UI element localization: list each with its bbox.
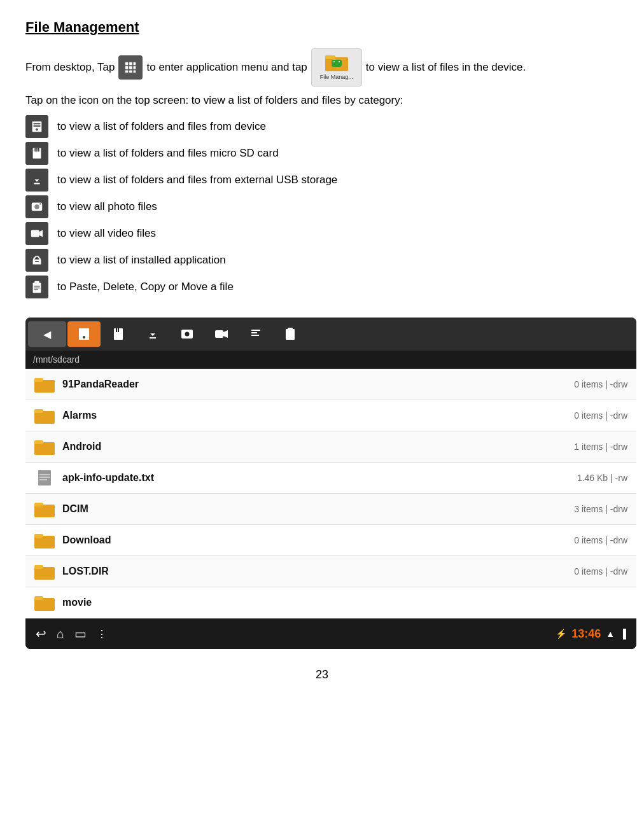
svg-point-25 bbox=[34, 205, 39, 209]
svg-rect-6 bbox=[125, 71, 129, 73]
svg-rect-30 bbox=[34, 281, 39, 284]
tab-sdcard[interactable] bbox=[102, 321, 135, 347]
list-item-paste: to Paste, Delete, Copy or Move a file bbox=[25, 276, 619, 298]
file-manager-icon: File Manag... bbox=[311, 48, 362, 87]
svg-rect-4 bbox=[130, 66, 133, 69]
table-row[interactable]: Alarms 0 items | -drw bbox=[25, 400, 636, 431]
battery-icon: ▐ bbox=[620, 629, 626, 639]
nav-back-icon[interactable]: ↩ bbox=[36, 626, 46, 641]
back-button[interactable]: ◀ bbox=[28, 321, 66, 347]
file-info: 0 items | -drw bbox=[574, 566, 627, 576]
svg-rect-47 bbox=[288, 328, 293, 330]
svg-rect-31 bbox=[34, 286, 39, 286]
tab-photos[interactable] bbox=[171, 321, 204, 347]
nav-home-icon[interactable]: ⌂ bbox=[57, 627, 64, 641]
app-menu-icon bbox=[118, 55, 143, 80]
file-info: 0 items | -drw bbox=[574, 535, 627, 545]
file-info: 3 items | -drw bbox=[574, 504, 627, 514]
svg-rect-41 bbox=[215, 330, 223, 338]
intro-part2: to enter application menu and tap bbox=[146, 59, 307, 76]
svg-rect-56 bbox=[39, 477, 50, 478]
table-row[interactable]: movie bbox=[25, 587, 636, 618]
table-row[interactable]: 91PandaReader 0 items | -drw bbox=[25, 369, 636, 400]
file-name: movie bbox=[62, 597, 620, 608]
svg-rect-37 bbox=[116, 328, 117, 332]
svg-rect-59 bbox=[34, 503, 43, 506]
list-item-sdcard-label: to view a list of folders and files micr… bbox=[57, 145, 279, 162]
svg-rect-7 bbox=[130, 71, 133, 73]
file-info: 1 items | -drw bbox=[574, 442, 627, 452]
file-name: LOST.DIR bbox=[62, 566, 566, 577]
svg-rect-21 bbox=[34, 148, 36, 152]
svg-rect-0 bbox=[125, 62, 129, 66]
list-item-sdcard: to view a list of folders and files micr… bbox=[25, 142, 619, 165]
table-row[interactable]: DCIM 3 items | -drw bbox=[25, 494, 636, 525]
svg-rect-51 bbox=[34, 409, 43, 413]
table-row[interactable]: Android 1 items | -drw bbox=[25, 431, 636, 463]
list-item-apps-label: to view a list of installed application bbox=[57, 252, 226, 269]
svg-point-35 bbox=[83, 336, 85, 339]
svg-rect-61 bbox=[34, 534, 43, 538]
list-item-device-label: to view a list of folders and files from… bbox=[57, 118, 266, 135]
svg-rect-23 bbox=[38, 148, 39, 152]
table-row[interactable]: Download 0 items | -drw bbox=[25, 525, 636, 556]
usb-icon bbox=[25, 169, 48, 192]
svg-rect-55 bbox=[39, 474, 50, 475]
svg-rect-8 bbox=[134, 71, 136, 73]
svg-rect-53 bbox=[34, 440, 43, 444]
bottom-nav: ↩ ⌂ ▭ ⋮ bbox=[36, 626, 107, 641]
folder-icon bbox=[34, 594, 55, 611]
folder-icon bbox=[34, 375, 55, 393]
tab-clipboard[interactable] bbox=[274, 321, 307, 347]
svg-rect-10 bbox=[325, 55, 335, 59]
wifi-icon: ▲ bbox=[606, 629, 615, 639]
list-item-photo: to view all photo files bbox=[25, 195, 619, 218]
svg-rect-27 bbox=[31, 230, 39, 237]
list-item-video-label: to view all video files bbox=[57, 225, 156, 242]
svg-rect-1 bbox=[130, 62, 133, 66]
tab-usb[interactable] bbox=[136, 321, 169, 347]
svg-rect-3 bbox=[125, 66, 129, 69]
svg-rect-22 bbox=[36, 148, 38, 152]
folder-icon bbox=[34, 438, 55, 456]
file-name: Download bbox=[62, 534, 566, 546]
nav-recents-icon[interactable]: ▭ bbox=[74, 626, 87, 641]
file-name: Android bbox=[62, 441, 566, 452]
status-area: ⚡ 13:46 ▲ ▐ bbox=[556, 627, 626, 641]
svg-rect-2 bbox=[134, 62, 136, 66]
svg-rect-33 bbox=[34, 290, 38, 290]
folder-icon bbox=[34, 500, 55, 518]
tap-description: Tap on the icon on the top screen: to vi… bbox=[25, 92, 619, 109]
table-row[interactable]: apk-info-update.txt 1.46 Kb | -rw bbox=[25, 463, 636, 494]
svg-rect-38 bbox=[118, 328, 119, 332]
list-item-photo-label: to view all photo files bbox=[57, 199, 157, 215]
paste-icon bbox=[25, 276, 48, 298]
device-toolbar: ◀ bbox=[25, 318, 636, 351]
svg-point-26 bbox=[39, 203, 41, 205]
tab-videos[interactable] bbox=[205, 321, 238, 347]
intro-paragraph: From desktop, Tap to enter application m… bbox=[25, 48, 619, 87]
file-name: 91PandaReader bbox=[62, 379, 566, 390]
video-icon bbox=[25, 222, 48, 245]
svg-point-19 bbox=[36, 129, 38, 131]
file-name: apk-info-update.txt bbox=[62, 472, 570, 484]
nav-more-icon[interactable]: ⋮ bbox=[97, 628, 107, 640]
page-number: 23 bbox=[25, 668, 619, 681]
file-info: 0 items | -drw bbox=[574, 410, 627, 421]
icon-feature-list: to view a list of folders and files from… bbox=[25, 115, 619, 298]
svg-marker-28 bbox=[39, 230, 43, 237]
clock-display: 13:46 bbox=[571, 627, 601, 641]
text-file-icon bbox=[34, 469, 55, 487]
tab-apps[interactable] bbox=[239, 321, 272, 347]
table-row[interactable]: LOST.DIR 0 items | -drw bbox=[25, 556, 636, 587]
list-item-paste-label: to Paste, Delete, Copy or Move a file bbox=[57, 279, 234, 295]
svg-rect-65 bbox=[34, 596, 43, 600]
photo-icon bbox=[25, 195, 48, 218]
list-item-video: to view all video files bbox=[25, 222, 619, 245]
folder-icon bbox=[34, 407, 55, 424]
svg-rect-57 bbox=[39, 479, 47, 480]
svg-point-40 bbox=[185, 332, 190, 337]
tab-device-storage[interactable] bbox=[67, 321, 101, 347]
file-path-bar: /mnt/sdcard bbox=[25, 351, 636, 369]
device-screenshot: ◀ /mnt/sdcard 91PandaReader bbox=[25, 318, 636, 649]
